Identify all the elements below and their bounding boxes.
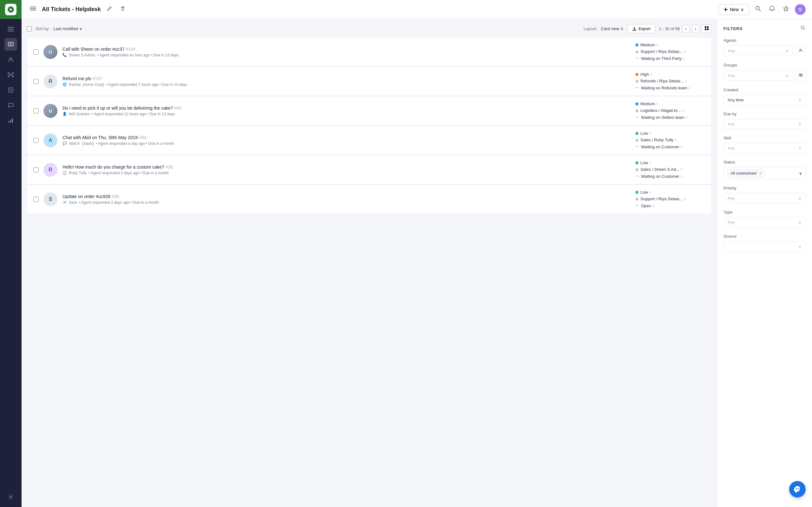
filter-agents-select[interactable]: Any ∨ — [723, 46, 793, 56]
sidebar-item-chat[interactable] — [4, 99, 17, 112]
export-button[interactable]: Export — [627, 24, 655, 33]
floating-action-button[interactable] — [789, 481, 806, 498]
ticket-avatar: A — [44, 133, 57, 147]
grid-toggle-button[interactable] — [702, 24, 712, 33]
ticket-number: #62 — [174, 106, 182, 111]
contact-type-icon: 📞 — [62, 53, 67, 57]
hamburger-button[interactable] — [28, 3, 38, 15]
sidebar-item-settings[interactable] — [4, 491, 17, 503]
sort-button[interactable]: Last modified ∨ — [54, 26, 83, 31]
ticket-card[interactable]: U Call with Sheen on order #uc37 #104 📞 … — [27, 37, 712, 66]
filter-groups-icon-btn[interactable] — [796, 70, 806, 81]
team-dropdown[interactable]: Sales / Sheen S Ad... ∨ — [641, 167, 682, 172]
search-button[interactable] — [753, 3, 763, 15]
priority-row: High ∨ — [635, 72, 652, 77]
status-dropdown[interactable]: Waiting on Sellers team ∨ — [641, 115, 688, 120]
filters-search-button[interactable] — [801, 25, 806, 32]
filter-agents-label: Agents — [723, 38, 806, 43]
status-dropdown[interactable]: Waiting on Third Party ∨ — [641, 56, 685, 61]
team-row: ◉ Support / Riya Sebas... ∨ — [635, 196, 686, 201]
filter-status-select[interactable]: All unresolved ✕ ∨ — [723, 167, 806, 179]
filter-groups-select[interactable]: Any ∨ — [723, 70, 793, 81]
status-badge-unresolved: All unresolved ✕ — [727, 169, 766, 177]
svg-point-27 — [799, 74, 801, 75]
status-dropdown[interactable]: Open ∨ — [641, 204, 654, 208]
logo-area — [0, 0, 21, 19]
ticket-checkbox[interactable] — [33, 138, 38, 143]
filter-agents-icon-btn[interactable] — [796, 45, 806, 56]
filter-skill-select[interactable]: Any ∨ — [723, 143, 806, 153]
filter-groups-row: Any ∨ — [723, 70, 806, 81]
priority-dropdown[interactable]: Medium ∨ — [641, 101, 658, 106]
status-dropdown[interactable]: Waiting on Customer ∨ — [641, 145, 682, 149]
ticket-checkbox[interactable] — [33, 79, 38, 84]
ticket-time-meta: • Agent responded 12 hours ago • Due in … — [92, 112, 175, 116]
filter-source-select[interactable]: ∨ — [723, 241, 806, 251]
ticket-number: #104 — [125, 47, 136, 52]
ticket-checkbox[interactable] — [33, 167, 38, 172]
edit-button[interactable] — [105, 4, 114, 15]
team-caret: ∨ — [685, 79, 687, 83]
status-row: 〜 Open ∨ — [635, 203, 654, 209]
ticket-card[interactable]: R Refund me pls #157 🌐 Rachel (Acme Corp… — [27, 66, 712, 96]
sidebar-item-tickets[interactable] — [4, 38, 17, 51]
team-dropdown[interactable]: Support / Riya Sebas... ∨ — [641, 196, 686, 201]
ticket-checkbox[interactable] — [33, 197, 38, 202]
priority-dropdown[interactable]: High ∨ — [641, 72, 652, 77]
ticket-checkbox[interactable] — [33, 108, 38, 113]
filter-due-by-value: Any — [728, 122, 734, 126]
team-dropdown[interactable]: Sales / Ruby Tully ∨ — [641, 137, 676, 142]
filter-type-select[interactable]: Any ∨ — [723, 217, 806, 228]
svg-rect-11 — [9, 121, 9, 123]
team-dropdown[interactable]: Support / Riya Sebas... ∨ — [641, 49, 686, 54]
sidebar-item-reports[interactable] — [4, 114, 17, 127]
new-button[interactable]: New ∨ — [718, 4, 749, 15]
user-avatar[interactable]: S — [795, 4, 806, 15]
priority-caret: ∨ — [650, 72, 652, 76]
priority-dot — [635, 161, 639, 164]
layout-button[interactable]: Card view ∨ — [601, 26, 623, 31]
priority-dropdown[interactable]: Low ∨ — [641, 190, 651, 194]
filter-created-select[interactable]: Any time ∨ — [723, 95, 806, 105]
team-icon: ◉ — [635, 79, 639, 83]
sidebar-item-contacts[interactable] — [4, 53, 17, 66]
status-caret: ∨ — [688, 86, 690, 90]
status-dropdown[interactable]: Waiting on Refunds team ∨ — [641, 86, 690, 90]
ticket-avatar: R — [44, 163, 57, 177]
contact-type-icon: 🌐 — [62, 82, 67, 87]
team-dropdown[interactable]: Logisitics / Abigail.br... ∨ — [641, 108, 684, 113]
filter-due-by-select[interactable]: Any ∨ — [723, 119, 806, 129]
team-icon: ◉ — [635, 49, 639, 54]
ticket-avatar: S — [44, 192, 57, 206]
prev-page-button[interactable]: ‹ — [682, 25, 689, 33]
ticket-checkbox[interactable] — [33, 49, 38, 55]
sidebar-item-network[interactable] — [4, 68, 17, 81]
select-all-checkbox[interactable] — [27, 26, 32, 32]
sidebar-item-menu[interactable] — [4, 23, 17, 36]
contact-type-icon: 📧 — [62, 200, 67, 205]
team-label: Support / Riya Sebas... — [641, 196, 683, 201]
ticket-card[interactable]: A Chat with Abid on Thu, 30th May 2019 #… — [27, 125, 712, 155]
priority-label: High — [641, 72, 649, 77]
app-logo[interactable] — [5, 4, 16, 15]
status-badge-remove[interactable]: ✕ — [759, 171, 762, 176]
filter-agents-row: Any ∨ — [723, 45, 806, 56]
team-dropdown[interactable]: Refunds / Riya Sebas... ∨ — [641, 78, 687, 83]
team-icon: ◉ — [635, 108, 639, 113]
ai-button[interactable] — [781, 3, 791, 15]
ticket-card[interactable]: S Update on order #uc928 #94 📧 Sara • Ag… — [27, 184, 712, 214]
sidebar-item-knowledge[interactable] — [4, 83, 17, 96]
filter-priority-select[interactable]: Any ∨ — [723, 193, 806, 204]
new-button-label: New — [730, 7, 739, 12]
priority-dropdown[interactable]: Medium ∨ — [641, 43, 658, 47]
ticket-card[interactable]: R Hello! How much do you charge for a cu… — [27, 155, 712, 184]
ticket-card[interactable]: U Do i need to pick it up or will you be… — [27, 96, 712, 125]
priority-dropdown[interactable]: Low ∨ — [641, 160, 651, 165]
priority-dropdown[interactable]: Low ∨ — [641, 131, 651, 135]
ticket-meta: 👤 Will Graham • Agent responded 12 hours… — [62, 112, 630, 116]
notifications-button[interactable] — [767, 3, 777, 15]
delete-button[interactable] — [118, 4, 128, 15]
status-dropdown[interactable]: Waiting on Customer ∨ — [641, 174, 682, 179]
export-label: Export — [639, 26, 651, 31]
next-page-button[interactable]: › — [692, 25, 699, 33]
